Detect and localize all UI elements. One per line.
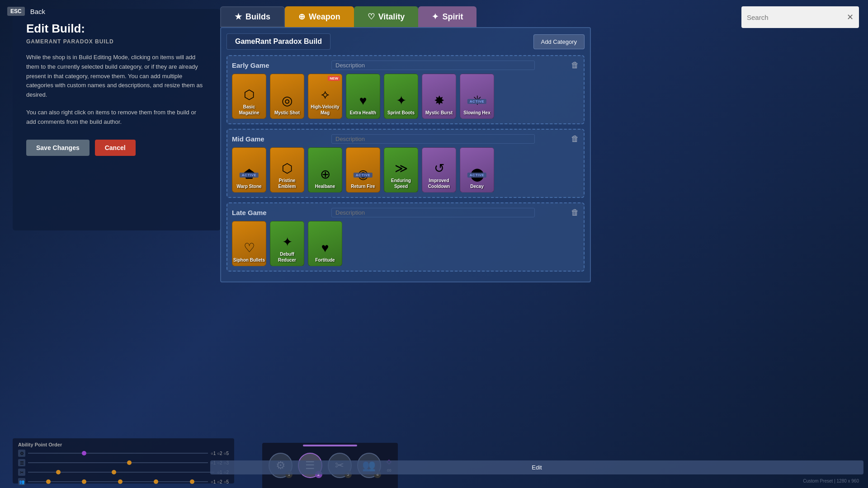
ability-edit-button[interactable]: Edit xyxy=(210,460,863,474)
category-name-input-late[interactable] xyxy=(232,209,295,216)
item-card-slowing-hex[interactable]: ACTIVE✳Slowing Hex xyxy=(460,74,494,119)
build-subtitle: GAMERANT PARADOX BUILD xyxy=(26,38,207,45)
items-row-mid: ACTIVE⬟Warp Stone⬡Pristine Emblem⊕Healba… xyxy=(232,147,579,192)
item-icon: ♥ xyxy=(359,94,367,108)
ability-row-icon-2: ☰ xyxy=(18,459,25,466)
item-card-warp-stone[interactable]: ACTIVE⬟Warp Stone xyxy=(232,147,266,192)
item-name: Enduring Speed xyxy=(384,178,418,189)
item-name: Decay xyxy=(470,183,483,189)
item-card-high-velocity-mag[interactable]: NEW⟡High-Velocity Mag xyxy=(308,74,342,119)
active-badge: ACTIVE xyxy=(240,173,259,178)
category-delete-early[interactable]: 🗑 xyxy=(571,61,579,70)
item-card-basic-magazine[interactable]: ⬡Basic Magazine xyxy=(232,74,266,119)
items-row-early: ⬡Basic Magazine◎Mystic ShotNEW⟡High-Velo… xyxy=(232,74,579,119)
item-name: Fortitude xyxy=(315,257,335,263)
item-name: Healbane xyxy=(315,183,335,189)
category-desc-input-mid[interactable] xyxy=(331,134,535,144)
item-name: Mystic Shot xyxy=(274,110,300,116)
ability-row-icon-1: ⚙ xyxy=(18,450,25,457)
item-icon: ⬡ xyxy=(244,87,255,102)
item-card-improved-cooldown[interactable]: ↺Improved Cooldown xyxy=(422,147,456,192)
item-name: Return Fire xyxy=(351,183,375,189)
tab-spirit[interactable]: ✦ Spirit xyxy=(418,6,476,27)
item-card-sprint-boots[interactable]: ✦Sprint Boots xyxy=(384,74,418,119)
tab-vitality[interactable]: ♡ Vitality xyxy=(354,6,419,27)
active-badge: ACTIVE xyxy=(354,173,373,178)
ability-row-3: ✂ ○1 ○2 xyxy=(18,468,229,476)
tab-builds-label: Builds xyxy=(245,12,270,22)
item-icon: ♡ xyxy=(244,240,255,255)
category-desc-input-late[interactable] xyxy=(331,208,535,217)
item-name: Siphon Bullets xyxy=(233,257,265,263)
active-badge: ACTIVE xyxy=(467,99,486,104)
weapon-icon: ⊕ xyxy=(298,12,305,22)
ability-row-4: 👥 ○1 ○2 ○5 xyxy=(18,478,229,486)
item-card-mystic-shot[interactable]: ◎Mystic Shot xyxy=(270,74,304,119)
item-card-debuff-reducer[interactable]: ✦Debuff Reducer xyxy=(270,221,304,266)
item-icon: ⬡ xyxy=(282,161,292,176)
bottom-right-info: Custom Preset | 1280 x 960 xyxy=(803,479,859,483)
cancel-button[interactable]: Cancel xyxy=(95,140,136,156)
item-card-decay[interactable]: ACTIVE⬤Decay xyxy=(460,147,494,192)
ability-bar-indicator xyxy=(303,445,357,446)
save-changes-button[interactable]: Save Changes xyxy=(26,140,90,156)
item-icon: ⟡ xyxy=(321,87,330,102)
category-desc-input-early[interactable] xyxy=(331,61,535,70)
items-row-late: ♡Siphon Bullets✦Debuff Reducer♥Fortitude xyxy=(232,221,579,266)
item-card-fortitude[interactable]: ♥Fortitude xyxy=(308,221,342,266)
item-name: Warp Stone xyxy=(236,183,261,189)
star-icon: ★ xyxy=(235,12,242,22)
add-category-button[interactable]: Add Category xyxy=(533,34,585,49)
ability-row-icon-4: 👥 xyxy=(18,478,25,485)
left-panel: Edit Build: GAMERANT PARADOX BUILD While… xyxy=(13,9,221,230)
active-badge: ACTIVE xyxy=(467,173,486,178)
item-icon: ✦ xyxy=(396,93,406,108)
category-name-input-early[interactable] xyxy=(232,61,295,69)
build-description-2: You can also right click on items to rem… xyxy=(26,108,207,127)
main-panel: ★ Builds ⊕ Weapon ♡ Vitality ✦ Spirit Ga… xyxy=(220,6,591,282)
category-delete-late[interactable]: 🗑 xyxy=(571,208,579,217)
ability-row-1: ⚙ ○1 ○2 ○5 xyxy=(18,449,229,457)
build-content: GameRant Paradox Build Add Category 🗑⬡Ba… xyxy=(220,27,591,282)
item-name: Slowing Hex xyxy=(463,110,490,116)
item-name: Sprint Boots xyxy=(387,110,415,116)
ability-point-order: Ability Point Order ⚙ ○1 ○2 ○5 ☰ ○1 ○2 ○… xyxy=(13,438,234,483)
item-card-extra-health[interactable]: ♥Extra Health xyxy=(346,74,380,119)
edit-build-title: Edit Build: xyxy=(26,22,207,36)
item-card-pristine-emblem[interactable]: ⬡Pristine Emblem xyxy=(270,147,304,192)
item-icon: ✸ xyxy=(434,93,444,108)
item-card-mystic-burst[interactable]: ✸Mystic Burst xyxy=(422,74,456,119)
category-late: 🗑♡Siphon Bullets✦Debuff Reducer♥Fortitud… xyxy=(226,202,585,272)
category-early: 🗑⬡Basic Magazine◎Mystic ShotNEW⟡High-Vel… xyxy=(226,55,585,124)
item-name: Extra Health xyxy=(350,110,376,116)
item-name: Mystic Burst xyxy=(425,110,453,116)
item-icon: ↺ xyxy=(434,161,444,176)
tab-bar: ★ Builds ⊕ Weapon ♡ Vitality ✦ Spirit xyxy=(220,6,591,27)
esc-badge[interactable]: ESC xyxy=(7,7,25,16)
item-card-enduring-speed[interactable]: ≫Enduring Speed xyxy=(384,147,418,192)
item-card-healbane[interactable]: ⊕Healbane xyxy=(308,147,342,192)
ability-row-icon-3: ✂ xyxy=(18,469,25,476)
tab-builds[interactable]: ★ Builds xyxy=(220,6,285,27)
categories-container: 🗑⬡Basic Magazine◎Mystic ShotNEW⟡High-Vel… xyxy=(226,55,585,272)
category-header-early: 🗑 xyxy=(232,61,579,70)
tab-weapon[interactable]: ⊕ Weapon xyxy=(285,6,354,27)
back-button[interactable]: Back xyxy=(30,8,45,15)
search-close-icon[interactable]: ✕ xyxy=(847,12,854,22)
item-name: Pristine Emblem xyxy=(270,178,304,189)
item-icon: ✦ xyxy=(282,235,292,249)
tab-spirit-label: Spirit xyxy=(442,12,463,22)
search-input[interactable] xyxy=(747,14,847,21)
item-icon: ≫ xyxy=(395,161,408,176)
build-name: GameRant Paradox Build xyxy=(226,33,330,50)
item-icon: ♥ xyxy=(321,241,329,255)
category-name-input-mid[interactable] xyxy=(232,135,295,143)
item-card-siphon-bullets[interactable]: ♡Siphon Bullets xyxy=(232,221,266,266)
ability-num-4: ○1 ○2 ○5 xyxy=(211,479,229,484)
category-delete-mid[interactable]: 🗑 xyxy=(571,134,579,144)
ability-row-2: ☰ ○1 ○2 ○3 xyxy=(18,459,229,467)
item-card-return-fire[interactable]: ACTIVE◉Return Fire xyxy=(346,147,380,192)
new-badge: NEW xyxy=(328,76,340,81)
vitality-icon: ♡ xyxy=(368,12,375,22)
esc-bar: ESC Back xyxy=(0,0,208,23)
